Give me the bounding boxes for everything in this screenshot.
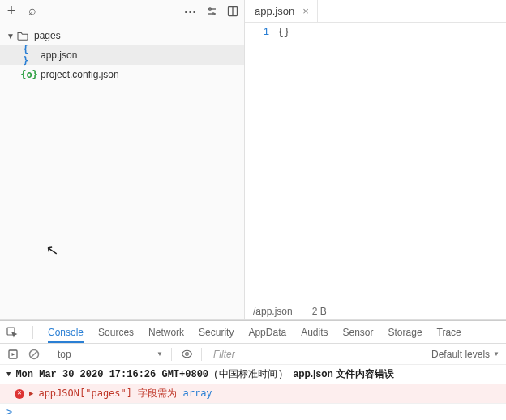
- tab-audits[interactable]: Audits: [301, 322, 328, 343]
- error-icon: ✕: [15, 389, 24, 399]
- log-group-header[interactable]: ▼ Mon Mar 30 2020 17:16:26 GMT+0800 (中国标…: [0, 365, 506, 384]
- svg-point-10: [185, 353, 188, 356]
- editor-tabs: app.json ×: [245, 0, 506, 23]
- folder-label: pages: [34, 30, 61, 41]
- chevron-down-icon: ▼: [6, 371, 11, 379]
- levels-label: Default levels: [431, 349, 490, 360]
- code-content: {}: [277, 26, 290, 38]
- error-type: array: [182, 388, 212, 399]
- console-output: ▼ Mon Mar 30 2020 17:16:26 GMT+0800 (中国标…: [0, 365, 506, 420]
- file-size: 2 B: [312, 306, 327, 317]
- tab-appdata[interactable]: AppData: [248, 322, 286, 343]
- file-label: app.json: [41, 49, 77, 61]
- folder-pages[interactable]: ▼ pages: [0, 26, 244, 45]
- json-config-file-icon: {o}: [23, 68, 36, 81]
- prompt-caret-icon: >: [6, 406, 12, 418]
- settings-sliders-icon[interactable]: [205, 5, 218, 18]
- tab-sensor[interactable]: Sensor: [343, 322, 374, 343]
- tab-network[interactable]: Network: [148, 322, 184, 343]
- editor-status-bar: /app.json 2 B: [245, 302, 506, 319]
- tab-security[interactable]: Security: [199, 322, 234, 343]
- console-filter-input[interactable]: [210, 347, 423, 362]
- code-line: {}: [277, 26, 290, 302]
- log-error-row[interactable]: ✕ ▶ appJSON["pages"] 字段需为 array: [0, 384, 506, 404]
- svg-line-9: [31, 351, 37, 358]
- editor-tab-app-json[interactable]: app.json ×: [245, 0, 318, 22]
- file-path: /app.json: [253, 306, 293, 317]
- file-explorer: ▼ pages { } app.json {o} project.config.…: [0, 0, 245, 319]
- search-icon[interactable]: [26, 5, 39, 18]
- code-editor: app.json × 1 {} /app.json 2 B: [245, 0, 506, 319]
- chevron-down-icon: ▼: [157, 350, 163, 358]
- log-timezone: (中国标准时间): [213, 367, 283, 381]
- tab-console[interactable]: Console: [48, 322, 84, 343]
- line-gutter: 1: [245, 26, 277, 302]
- context-selector[interactable]: top ▼: [58, 349, 163, 360]
- tab-sources[interactable]: Sources: [98, 322, 134, 343]
- devtools-tabs: Console Sources Network Security AppData…: [0, 321, 506, 344]
- chevron-down-icon: ▼: [6, 32, 15, 41]
- log-source: app.json 文件内容错误: [288, 367, 394, 381]
- new-file-icon[interactable]: [5, 5, 18, 18]
- close-tab-icon[interactable]: ×: [302, 5, 309, 17]
- file-app-json[interactable]: { } app.json: [0, 45, 244, 65]
- live-expression-icon[interactable]: [180, 348, 193, 361]
- devtools-panel: Console Sources Network Security AppData…: [0, 320, 506, 420]
- folder-icon: [16, 29, 29, 42]
- more-options-icon[interactable]: [184, 5, 197, 18]
- context-label: top: [58, 349, 71, 360]
- tab-storage[interactable]: Storage: [388, 322, 422, 343]
- chevron-down-icon: ▼: [493, 350, 500, 358]
- json-file-icon: { }: [23, 49, 36, 62]
- file-label: project.config.json: [41, 69, 119, 80]
- console-toolbar: top ▼ Default levels ▼: [0, 344, 506, 365]
- tab-trace[interactable]: Trace: [437, 322, 461, 343]
- error-prefix: appJSON["pages"] 字段需为: [38, 388, 182, 399]
- log-timestamp: Mon Mar 30 2020 17:16:26 GMT+0800: [15, 369, 208, 380]
- explorer-toolbar: [0, 0, 244, 23]
- execution-context-icon[interactable]: [6, 348, 19, 361]
- file-project-config-json[interactable]: {o} project.config.json: [0, 65, 244, 84]
- editor-body[interactable]: 1 {}: [245, 23, 506, 302]
- error-message: appJSON["pages"] 字段需为 array: [38, 387, 212, 401]
- svg-point-3: [212, 13, 214, 15]
- console-prompt[interactable]: >: [0, 404, 506, 420]
- chevron-right-icon: ▶: [29, 389, 33, 398]
- file-tree: ▼ pages { } app.json {o} project.config.…: [0, 23, 244, 319]
- log-levels-selector[interactable]: Default levels ▼: [431, 349, 500, 360]
- svg-point-1: [209, 8, 211, 10]
- editor-tab-label: app.json: [255, 5, 294, 17]
- inspect-element-icon[interactable]: [6, 327, 18, 338]
- layout-columns-icon[interactable]: [226, 5, 239, 18]
- clear-console-icon[interactable]: [28, 348, 41, 361]
- line-number: 1: [245, 26, 269, 38]
